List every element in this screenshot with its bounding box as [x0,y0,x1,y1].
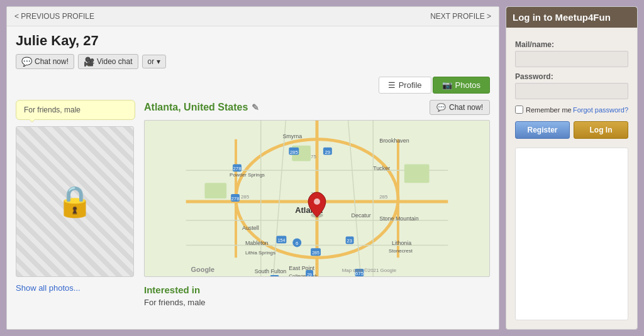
map-container: 285 75 285 20 Smyrna Brookhaven Austell … [144,120,490,277]
login-button[interactable]: Log In [574,121,628,139]
sidebar-bottom-area [515,148,628,320]
speech-bubble: For friends, male [16,100,135,120]
chat-now-map-button[interactable]: 💬 Chat now! [430,100,490,115]
login-title: Log in to Meetup4Fun [506,7,637,28]
prev-profile-link[interactable]: < PREVIOUS PROFILE [14,12,94,21]
remember-left: Remember me [515,106,572,114]
svg-text:Smyrna: Smyrna [282,133,302,139]
nav-bar: < PREVIOUS PROFILE NEXT PROFILE > [7,7,499,26]
chat-now-map-label: Chat now! [449,103,483,112]
svg-text:Stone Mountain: Stone Mountain [379,215,418,222]
or-label: or ▾ [148,57,160,66]
location-row: Atlanta, United States ✎ 💬 Chat now! [144,100,490,115]
svg-point-58 [314,198,320,205]
tab-photos[interactable]: 📷 Photos [433,77,490,94]
action-buttons: 💬 Chat now! 🎥 Video chat or ▾ [16,54,490,69]
profile-name: Julie Kay, 27 [16,33,490,49]
right-column: Atlanta, United States ✎ 💬 Chat now! [144,100,490,307]
svg-text:154: 154 [278,238,286,242]
svg-text:Brookhaven: Brookhaven [379,138,409,144]
remember-checkbox[interactable] [515,106,523,114]
content-area: For friends, male 🔒 Show all photos... A… [7,96,499,313]
svg-text:South Fulton: South Fulton [255,268,287,274]
interested-in-title: Interested in [144,285,490,295]
edit-location-icon[interactable]: ✎ [252,102,259,112]
password-input[interactable] [515,83,628,99]
svg-text:278: 278 [231,196,240,202]
svg-text:Lithia Springs: Lithia Springs [245,250,275,256]
tab-profile[interactable]: ☰ Profile [379,77,431,94]
svg-rect-42 [270,275,279,276]
remember-row: Remember me Forgot password? [515,106,628,114]
svg-text:Map data ©2021 Google: Map data ©2021 Google [342,268,397,273]
svg-text:285: 285 [312,251,319,255]
photos-tab-label: Photos [455,80,480,90]
chat-now-button[interactable]: 💬 Chat now! [16,54,74,69]
svg-text:Powder Springs: Powder Springs [230,172,265,178]
interested-in-value: For friends, male [144,298,490,307]
photo-box: 🔒 [16,126,134,277]
main-profile-panel: < PREVIOUS PROFILE NEXT PROFILE > Julie … [6,6,499,330]
lock-icon: 🔒 [56,184,94,219]
or-dropdown-button[interactable]: or ▾ [142,55,166,68]
next-profile-link[interactable]: NEXT PROFILE > [430,12,491,21]
mail-input[interactable] [515,51,628,67]
show-all-photos-link[interactable]: Show all photos... [16,283,135,293]
login-buttons: Register Log In [515,121,628,139]
forgot-password-link[interactable]: Forgot password? [573,106,628,114]
svg-text:Google: Google [191,266,215,273]
svg-text:6: 6 [296,241,299,246]
tabs-row: ☰ Profile 📷 Photos [7,73,499,96]
svg-text:Decatur: Decatur [352,212,371,219]
password-label: Password: [515,72,628,81]
mail-label: Mail/name: [515,40,628,49]
video-icon: 🎥 [84,57,94,67]
chat-now-label: Chat now! [35,57,69,66]
svg-text:75: 75 [311,154,316,160]
svg-text:29: 29 [325,149,330,155]
register-button[interactable]: Register [515,121,570,139]
interested-in-section: Interested in For friends, male [144,285,490,307]
svg-text:29: 29 [307,273,312,276]
location-text: Atlanta, United States [144,102,248,113]
video-chat-label: Video chat [97,57,133,66]
location-name: Atlanta, United States ✎ [144,102,259,113]
svg-text:Lithonia: Lithonia [392,240,411,246]
chat-icon-map: 💬 [436,103,446,112]
svg-text:285: 285 [290,149,299,155]
svg-text:Mableton: Mableton [245,240,269,246]
chat-icon: 💬 [21,57,32,67]
svg-text:285: 285 [379,194,388,200]
svg-text:285: 285 [241,194,250,200]
left-column: For friends, male 🔒 Show all photos... [16,100,135,307]
svg-text:Stonecrest: Stonecrest [389,248,413,254]
svg-text:Austell: Austell [242,225,259,231]
photos-tab-icon: 📷 [442,80,452,90]
svg-text:278: 278 [233,166,242,171]
login-sidebar: Log in to Meetup4Fun Mail/name: Password… [506,6,638,330]
profile-tab-icon: ☰ [388,80,396,90]
profile-tab-label: Profile [399,80,422,90]
svg-text:23: 23 [347,238,352,244]
svg-text:Tucker: Tucker [373,165,390,171]
video-chat-button[interactable]: 🎥 Video chat [78,54,138,69]
profile-header: Julie Kay, 27 💬 Chat now! 🎥 Video chat o… [7,26,499,73]
bubble-text: For friends, male [24,106,80,114]
map-svg: 285 75 285 20 Smyrna Brookhaven Austell … [145,121,489,276]
svg-rect-15 [204,183,226,198]
svg-rect-14 [404,164,430,183]
remember-label: Remember me [526,106,572,114]
